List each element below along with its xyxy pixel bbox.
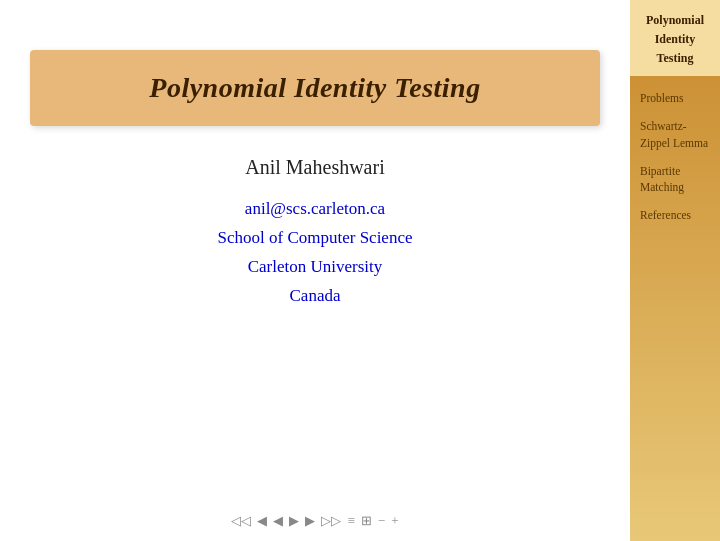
- sidebar-nav-item[interactable]: References: [638, 205, 712, 225]
- sidebar-nav-item[interactable]: Bipartite Matching: [638, 161, 712, 197]
- nav-zoom-in-icon[interactable]: +: [391, 513, 398, 529]
- university-name: Carleton University: [218, 253, 413, 282]
- school-name: School of Computer Science: [218, 224, 413, 253]
- sidebar-nav-list: ProblemsSchwartz-Zippel LemmaBipartite M…: [630, 76, 720, 225]
- nav-next-step-icon[interactable]: ▶: [289, 513, 299, 529]
- sidebar: Polynomial Identity Testing ProblemsSchw…: [630, 0, 720, 541]
- email-link[interactable]: anil@scs.carleton.ca: [218, 195, 413, 224]
- nav-grid-icon[interactable]: ⊞: [361, 513, 372, 529]
- slide-title: Polynomial Identity Testing: [60, 72, 570, 104]
- nav-prev-icon[interactable]: ◀: [257, 513, 267, 529]
- sidebar-nav-item[interactable]: Problems: [638, 88, 712, 108]
- author-name: Anil Maheshwari: [245, 156, 384, 179]
- nav-last-icon[interactable]: ▷▷: [321, 513, 341, 529]
- country-name: Canada: [218, 282, 413, 311]
- main-slide: Polynomial Identity Testing Anil Maheshw…: [0, 0, 630, 541]
- title-banner: Polynomial Identity Testing: [30, 50, 600, 126]
- nav-zoom-out-icon[interactable]: −: [378, 513, 385, 529]
- affiliation-block: anil@scs.carleton.ca School of Computer …: [218, 195, 413, 311]
- nav-prev-step-icon[interactable]: ◀: [273, 513, 283, 529]
- sidebar-active-section: Polynomial Identity Testing: [630, 0, 720, 76]
- sidebar-nav-item[interactable]: Schwartz-Zippel Lemma: [638, 116, 712, 152]
- nav-menu-icon[interactable]: ≡: [347, 513, 354, 529]
- sidebar-active-label: Polynomial Identity Testing: [646, 13, 704, 65]
- nav-next-icon[interactable]: ▶: [305, 513, 315, 529]
- bottom-toolbar: ◁◁ ◀ ◀ ▶ ▶ ▷▷ ≡ ⊞ − +: [0, 509, 630, 533]
- nav-first-icon[interactable]: ◁◁: [231, 513, 251, 529]
